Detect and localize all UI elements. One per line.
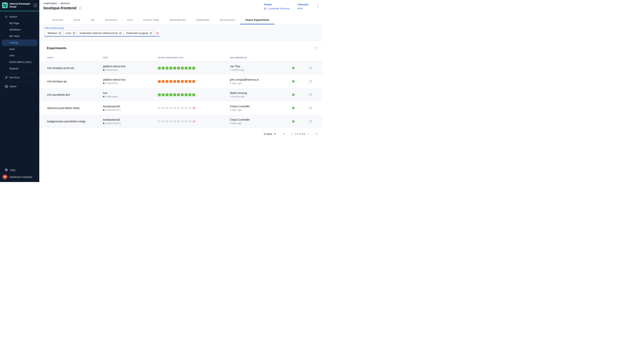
first-page-icon[interactable] <box>283 132 286 136</box>
tab-chaos-experiments[interactable]: Chaos Experiments <box>240 18 274 24</box>
run-block[interactable] <box>177 94 180 96</box>
run-block[interactable] <box>166 94 168 96</box>
filter-label[interactable]: Filter Infrastructures <box>45 27 322 29</box>
filter-chip-windows[interactable]: Windows× <box>46 31 62 36</box>
run-block[interactable] <box>185 107 187 109</box>
user-menu[interactable]: DP Debabrata Panigrahi <box>0 173 39 180</box>
filter-chips-area[interactable]: Windows×Linux×Kubernetes (Harness Infras… <box>45 30 155 36</box>
run-block[interactable] <box>166 107 168 109</box>
kebab-menu-icon[interactable] <box>316 4 319 8</box>
sidebar-item-my-team[interactable]: My Team <box>0 33 39 40</box>
chip-remove-icon[interactable]: × <box>150 32 152 34</box>
run-experiment-button[interactable] <box>292 93 295 96</box>
sidebar-item-my-page[interactable]: My Page <box>0 20 39 26</box>
overdue-clock-icon[interactable] <box>192 120 196 123</box>
tab-overview[interactable]: Overview <box>47 18 68 24</box>
run-block[interactable] <box>169 120 172 122</box>
run-block[interactable] <box>188 107 191 109</box>
sidebar-item-dora-metrics-sei[interactable]: DORA Metrics (SEI) <box>0 59 39 65</box>
run-block[interactable] <box>188 67 191 70</box>
run-block[interactable] <box>166 67 168 70</box>
owner-link[interactable]: Customer Success <box>268 7 289 10</box>
run-block[interactable] <box>188 94 191 96</box>
run-block[interactable] <box>162 67 165 70</box>
chip-remove-icon[interactable]: × <box>59 32 61 34</box>
run-block[interactable] <box>177 67 180 70</box>
run-block[interactable] <box>162 120 165 122</box>
clear-filters-icon[interactable] <box>155 32 160 34</box>
filter-chip-kubernetes-harness-infrastructure[interactable]: Kubernetes (Harness Infrastructure)× <box>78 31 123 36</box>
chip-remove-icon[interactable]: × <box>119 32 122 34</box>
run-block[interactable] <box>158 94 161 96</box>
run-block[interactable] <box>188 120 191 122</box>
run-block[interactable] <box>173 67 176 70</box>
run-block[interactable] <box>185 120 187 122</box>
sidebar-item-devtools[interactable]: DevTools <box>0 74 39 81</box>
run-block[interactable] <box>177 107 180 109</box>
open-in-new-icon[interactable] <box>309 80 312 83</box>
sidebar-item-apis[interactable]: APIs <box>0 52 39 59</box>
tab-dependencies[interactable]: Dependencies <box>164 18 191 24</box>
run-block[interactable] <box>158 80 161 83</box>
tab-infrastructure[interactable]: Infrastructure <box>215 18 240 24</box>
rows-per-page-select[interactable]: 5 rows <box>264 132 276 136</box>
prev-page-icon[interactable] <box>291 132 294 136</box>
tab-kubernetes[interactable]: Kubernetes <box>191 18 215 24</box>
run-block[interactable] <box>169 67 172 70</box>
run-block[interactable] <box>177 80 180 83</box>
run-block[interactable] <box>166 80 168 83</box>
run-block[interactable] <box>181 94 184 96</box>
last-page-icon[interactable] <box>315 132 318 136</box>
run-block[interactable] <box>162 94 165 96</box>
sidebar-item-docs[interactable]: Docs <box>0 46 39 52</box>
run-block[interactable] <box>162 80 165 83</box>
run-block[interactable] <box>181 80 184 83</box>
sidebar-item-search[interactable]: Search <box>0 14 39 20</box>
sidebar-item-register[interactable]: Register <box>0 65 39 72</box>
run-block[interactable] <box>188 80 191 83</box>
run-block[interactable] <box>162 107 165 109</box>
tab-api[interactable]: API <box>86 18 100 24</box>
run-block[interactable] <box>177 120 180 122</box>
run-block[interactable] <box>181 107 184 109</box>
run-block[interactable] <box>166 120 168 122</box>
run-block[interactable] <box>169 80 172 83</box>
open-in-new-icon[interactable] <box>309 106 312 110</box>
open-in-new-icon[interactable] <box>309 93 312 96</box>
open-in-new-icon[interactable] <box>309 66 312 70</box>
app-grid-icon[interactable] <box>34 4 37 7</box>
run-block[interactable] <box>158 107 161 109</box>
open-in-new-icon[interactable] <box>309 120 312 123</box>
run-block[interactable] <box>185 94 187 96</box>
tab-ci-cd[interactable]: CI/CD <box>68 18 86 24</box>
tab-docs[interactable]: Docs <box>122 18 138 24</box>
sidebar-item-catalog[interactable]: Catalog <box>2 40 37 46</box>
run-block[interactable] <box>173 94 176 96</box>
tab-feature-flags[interactable]: Feature Flags <box>138 18 164 24</box>
run-block[interactable] <box>185 67 187 70</box>
run-block[interactable] <box>181 120 184 122</box>
overdue-clock-icon[interactable] <box>192 106 196 110</box>
filter-chip-linux[interactable]: Linux× <box>64 31 77 36</box>
favorite-star-icon[interactable] <box>78 6 82 10</box>
sidebar-item-admin[interactable]: Admin <box>0 83 39 90</box>
run-block[interactable] <box>173 80 176 83</box>
refresh-icon[interactable] <box>314 46 318 50</box>
run-block[interactable] <box>173 107 176 109</box>
chip-remove-icon[interactable]: × <box>73 32 75 34</box>
run-block[interactable] <box>158 120 161 122</box>
filter-input[interactable]: Windows×Linux×Kubernetes (Harness Infras… <box>45 30 160 36</box>
run-block[interactable] <box>173 120 176 122</box>
run-experiment-button[interactable] <box>292 120 295 123</box>
run-block[interactable] <box>192 94 195 96</box>
run-experiment-button[interactable] <box>292 106 295 110</box>
run-block[interactable] <box>158 67 161 70</box>
run-block[interactable] <box>181 67 184 70</box>
run-block[interactable] <box>192 67 195 70</box>
run-block[interactable] <box>185 80 187 83</box>
run-block[interactable] <box>192 80 195 83</box>
sidebar-item-workflows[interactable]: Workflows <box>0 26 39 33</box>
next-page-icon[interactable] <box>307 132 310 136</box>
run-experiment-button[interactable] <box>292 66 295 70</box>
filter-chip-kubernetes-legacy[interactable]: Kubernetes (Legacy)× <box>124 31 153 36</box>
